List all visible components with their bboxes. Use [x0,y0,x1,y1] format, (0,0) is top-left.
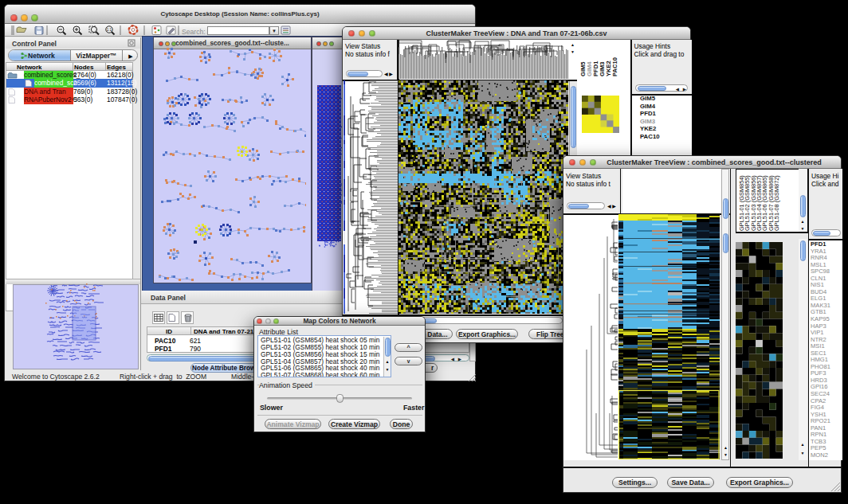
svg-text:1:1: 1:1 [107,28,112,32]
